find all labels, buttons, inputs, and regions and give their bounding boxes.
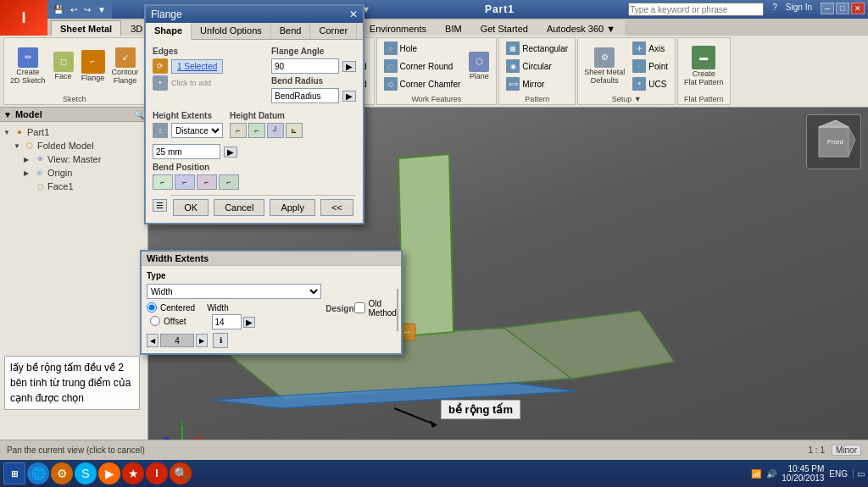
we-offset-radio[interactable] xyxy=(150,316,160,326)
tab-autodesk-360[interactable]: Autodesk 360 ▼ xyxy=(537,20,625,36)
flange-angle-arrow[interactable]: ▶ xyxy=(342,61,356,72)
search-model-icon[interactable]: 🔍 xyxy=(134,110,144,119)
edges-selected-text: 1 Selected xyxy=(177,62,217,71)
point-btn[interactable]: ·Point xyxy=(629,58,671,75)
flange-angle-input[interactable] xyxy=(271,58,339,74)
bend-pos-btn3[interactable]: ⌐ xyxy=(197,174,217,190)
qa-redo-btn[interactable]: ↪ xyxy=(81,4,93,15)
datum-btn2[interactable]: ⌐ xyxy=(248,123,265,138)
cancel-button[interactable]: Cancel xyxy=(214,199,264,216)
qa-save-btn[interactable]: 💾 xyxy=(51,4,66,15)
face-btn[interactable]: ◻ Face xyxy=(50,49,77,84)
tree-folded-model[interactable]: ▼ ⬡ Folded Model xyxy=(3,139,144,152)
tree-part1[interactable]: ▼ ● Part1 xyxy=(3,125,144,139)
rectangular-btn[interactable]: ▦Rectangular xyxy=(503,40,571,57)
model-panel-icon: ▼ xyxy=(3,110,12,119)
height-value-arrow[interactable]: ▶ xyxy=(224,147,237,158)
ribbon-content: ✏ Create2D Sketch ◻ Face ⌐ Flange ↙ Cont… xyxy=(0,36,868,107)
tab-get-started[interactable]: Get Started xyxy=(471,20,537,36)
taskbar-search-icon[interactable]: 🔍 xyxy=(170,462,192,484)
flange-tab-corner[interactable]: Corner xyxy=(310,23,357,39)
bend-pos-btn4[interactable]: ⌐ xyxy=(219,174,239,190)
plane-btn[interactable]: ⬡ Plane xyxy=(465,49,492,84)
taskbar-ie-icon[interactable]: 🌐 xyxy=(27,462,49,484)
height-datum-section: Height Datum ⌐ ⌐ ┘ ⊾ xyxy=(230,111,303,141)
dialog-more-icon[interactable]: ☰ xyxy=(153,199,167,212)
start-button[interactable]: ⊞ xyxy=(3,462,25,484)
signin-btn[interactable]: Sign In xyxy=(786,3,812,16)
edges-section: Edges ⟳ 1 Selected + Click to add Flange xyxy=(153,47,356,106)
we-centered-radio[interactable] xyxy=(147,302,157,313)
create-2d-sketch-btn[interactable]: ✏ Create2D Sketch xyxy=(8,45,48,88)
stepper-next-btn[interactable]: ▶ xyxy=(196,334,208,347)
close-button[interactable]: ✕ xyxy=(851,3,865,14)
corner-chamfer-btn[interactable]: ◇Corner Chamfer xyxy=(381,75,465,92)
maximize-button[interactable]: □ xyxy=(836,3,849,14)
app-icon[interactable]: I xyxy=(0,0,47,36)
stepper-prev-btn[interactable]: ◀ xyxy=(147,334,159,347)
taskbar-skype-icon[interactable]: S xyxy=(75,462,97,484)
apply-button[interactable]: Apply xyxy=(270,199,315,216)
axis-btn[interactable]: ✛Axis xyxy=(629,40,671,57)
datum-btn3[interactable]: ┘ xyxy=(267,123,284,138)
qa-undo-btn[interactable]: ↩ xyxy=(68,4,80,15)
edges-buttons: ⟳ 1 Selected + Click to add xyxy=(153,58,223,91)
old-method-label: Old Method xyxy=(369,299,397,318)
tab-bim[interactable]: BIM xyxy=(436,20,471,36)
search-input[interactable] xyxy=(628,3,764,16)
we-type-select[interactable]: Width xyxy=(147,284,321,299)
we-width-input[interactable] xyxy=(212,314,242,329)
corner-round-btn[interactable]: ◌Corner Round xyxy=(381,58,465,75)
stepper-input[interactable] xyxy=(160,334,194,347)
edge-add-icon[interactable]: + xyxy=(153,75,168,91)
view-icon: 👁 xyxy=(34,153,46,165)
taskbar-play-icon[interactable]: ▶ xyxy=(98,462,120,484)
window-controls: ? Sign In ─ □ ✕ xyxy=(628,3,865,16)
minimize-button[interactable]: ─ xyxy=(821,3,834,14)
tab-environments[interactable]: Environments xyxy=(360,20,436,36)
old-method-checkbox[interactable] xyxy=(354,302,365,313)
stepper-info-btn[interactable]: ℹ xyxy=(213,333,228,348)
help-icon[interactable]: ? xyxy=(772,3,777,16)
navigation-cube[interactable]: Front xyxy=(806,114,861,169)
bend-pos-btn1[interactable]: ⌐ xyxy=(153,174,173,190)
edge-select-icon[interactable]: ⟳ xyxy=(153,58,168,74)
bend-pos-btn2[interactable]: ⌐ xyxy=(175,174,195,190)
flange-btn[interactable]: ⌐ Flange xyxy=(79,47,108,86)
bend-radius-input[interactable] xyxy=(271,88,339,103)
tab-sheet-metal[interactable]: Sheet Metal xyxy=(51,20,121,36)
old-method-row: Old Method xyxy=(354,299,397,318)
sheet-metal-defaults-btn[interactable]: ⚙ Sheet MetalDefaults xyxy=(581,45,627,88)
taskbar-star-icon[interactable]: ★ xyxy=(122,462,144,484)
qa-dropdown-btn[interactable]: ▼ xyxy=(95,4,108,15)
datum-btn4[interactable]: ⊾ xyxy=(286,123,303,138)
datum-btn1[interactable]: ⌐ xyxy=(230,123,247,138)
bend-radius-arrow[interactable]: ▶ xyxy=(342,91,356,102)
flange-tab-shape[interactable]: Shape xyxy=(146,23,192,40)
we-width-arrow[interactable]: ▶ xyxy=(243,317,255,328)
taskbar-show-desktop[interactable]: ▭ xyxy=(853,469,865,479)
mirror-icon: ⟺ xyxy=(506,77,520,91)
expand-button[interactable]: << xyxy=(320,199,353,216)
height-extents-label: Height Extents xyxy=(153,111,223,120)
tree-origin[interactable]: ▶ ⊕ Origin xyxy=(3,166,144,180)
ucs-btn[interactable]: ⌖UCS xyxy=(629,75,671,92)
height-type-select[interactable]: Distance xyxy=(171,123,223,138)
tree-face1[interactable]: ◻ Face1 xyxy=(3,180,144,193)
taskbar-inventor-icon[interactable]: I xyxy=(146,462,168,484)
hole-btn[interactable]: ○Hole xyxy=(381,40,465,57)
circular-btn[interactable]: ◉Circular xyxy=(503,58,571,75)
mirror-btn[interactable]: ⟺Mirror xyxy=(503,75,571,92)
contour-flange-btn[interactable]: ↙ ContourFlange xyxy=(109,45,142,88)
create-flat-pattern-btn[interactable]: ▬ CreateFlat Pattern xyxy=(682,43,726,90)
flange-tab-unfold-options[interactable]: Unfold Options xyxy=(192,23,271,39)
svg-text:↔: ↔ xyxy=(403,327,411,336)
flange-tab-bend[interactable]: Bend xyxy=(271,23,311,39)
taskbar-settings-icon[interactable]: ⚙ xyxy=(51,462,73,484)
edges-selected-btn[interactable]: 1 Selected xyxy=(171,59,223,74)
ok-button[interactable]: OK xyxy=(173,199,209,216)
height-value-input[interactable] xyxy=(153,144,220,159)
taskbar-volume-icon[interactable]: 🔊 xyxy=(766,469,776,479)
tree-view-master[interactable]: ▶ 👁 View: Master xyxy=(3,152,144,166)
flange-dialog-close-btn[interactable]: ✕ xyxy=(349,8,358,20)
